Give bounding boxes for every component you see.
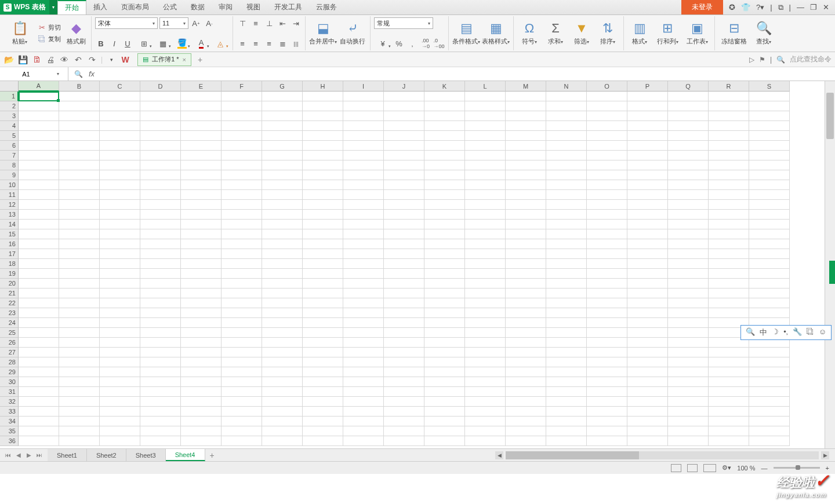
cell[interactable] [668, 377, 709, 387]
cell[interactable] [709, 160, 749, 170]
cell[interactable] [749, 151, 790, 160]
cell[interactable] [424, 328, 465, 338]
cell[interactable] [181, 229, 222, 239]
cell[interactable] [140, 121, 181, 131]
cell[interactable] [140, 407, 181, 417]
cell[interactable] [587, 160, 627, 170]
hscroll-right[interactable]: ▶ [821, 451, 829, 459]
cell[interactable] [343, 328, 384, 338]
cell[interactable] [627, 210, 668, 220]
cell[interactable] [546, 298, 587, 308]
cancel-icon[interactable]: 🔍 [74, 70, 83, 78]
cell[interactable] [506, 308, 546, 318]
cell[interactable] [668, 328, 709, 338]
cell[interactable] [343, 367, 384, 377]
cell[interactable] [100, 367, 140, 377]
cell[interactable] [668, 407, 709, 417]
cell[interactable] [627, 141, 668, 151]
cell[interactable] [262, 417, 303, 426]
cell[interactable] [587, 92, 627, 101]
row-header-20[interactable]: 20 [0, 279, 19, 288]
cell[interactable] [709, 407, 749, 417]
cell[interactable] [140, 190, 181, 200]
open-icon[interactable]: 📂 [3, 54, 14, 65]
merge-center-button[interactable]: ⬓ 合并居中▾ [309, 21, 337, 46]
cell[interactable] [181, 436, 222, 446]
cell[interactable] [343, 239, 384, 249]
cell[interactable] [424, 160, 465, 170]
row-header-24[interactable]: 24 [0, 318, 19, 328]
cell[interactable] [465, 249, 506, 259]
cell[interactable] [19, 239, 59, 249]
cell[interactable] [19, 121, 59, 131]
cell[interactable] [749, 101, 790, 111]
cell[interactable] [59, 121, 100, 131]
cell[interactable] [303, 357, 343, 367]
undo-icon[interactable]: ↶ [73, 54, 84, 65]
cell[interactable] [506, 239, 546, 249]
cell[interactable] [100, 160, 140, 170]
cell[interactable] [262, 338, 303, 348]
cell[interactable] [19, 338, 59, 348]
cell[interactable] [424, 417, 465, 426]
cell[interactable] [709, 229, 749, 239]
zoom-slider[interactable] [774, 467, 820, 469]
cell[interactable] [262, 180, 303, 190]
cell[interactable] [19, 200, 59, 210]
cell[interactable] [506, 288, 546, 298]
cell[interactable] [749, 210, 790, 220]
cell[interactable] [709, 417, 749, 426]
cell[interactable] [303, 180, 343, 190]
cell[interactable] [668, 367, 709, 377]
cell[interactable] [343, 407, 384, 417]
cell[interactable] [668, 151, 709, 160]
row-header-1[interactable]: 1 [0, 92, 19, 101]
cell[interactable] [262, 318, 303, 328]
name-box-input[interactable] [0, 71, 52, 78]
col-header-C[interactable]: C [100, 81, 140, 92]
row-header-5[interactable]: 5 [0, 131, 19, 141]
close-tab-button[interactable]: × [183, 56, 186, 63]
cell[interactable] [709, 348, 749, 357]
cell[interactable] [140, 387, 181, 397]
cell[interactable] [546, 180, 587, 190]
cell[interactable] [749, 367, 790, 377]
cell[interactable] [749, 377, 790, 387]
cell[interactable] [19, 160, 59, 170]
cell[interactable] [100, 279, 140, 288]
cell[interactable] [303, 328, 343, 338]
cell[interactable] [627, 318, 668, 328]
cell[interactable] [587, 259, 627, 269]
cell[interactable] [303, 220, 343, 229]
document-tab[interactable]: ▤ 工作簿1 * × [137, 53, 191, 66]
cell[interactable] [546, 92, 587, 101]
cell[interactable] [19, 348, 59, 357]
cell[interactable] [343, 298, 384, 308]
cell[interactable] [222, 397, 262, 407]
cell[interactable] [262, 101, 303, 111]
minimize-button[interactable]: — [797, 3, 804, 12]
cell[interactable] [181, 387, 222, 397]
cell[interactable] [384, 249, 424, 259]
cell[interactable] [262, 436, 303, 446]
cell[interactable] [59, 417, 100, 426]
cell[interactable] [140, 328, 181, 338]
cell[interactable] [587, 436, 627, 446]
cell[interactable] [140, 259, 181, 269]
symbol-button[interactable]: Ω符号▾ [517, 21, 542, 46]
cell[interactable] [587, 229, 627, 239]
cell[interactable] [384, 131, 424, 141]
cell[interactable] [546, 279, 587, 288]
cell[interactable] [19, 417, 59, 426]
cell[interactable] [100, 417, 140, 426]
cell[interactable] [262, 269, 303, 279]
cell[interactable] [546, 131, 587, 141]
cell[interactable] [668, 259, 709, 269]
cell[interactable] [627, 417, 668, 426]
cell[interactable] [181, 308, 222, 318]
cell[interactable] [749, 111, 790, 121]
cell[interactable] [343, 426, 384, 436]
cell[interactable] [546, 407, 587, 417]
sheet-tab-Sheet1[interactable]: Sheet1 [48, 449, 87, 461]
cell[interactable] [303, 239, 343, 249]
